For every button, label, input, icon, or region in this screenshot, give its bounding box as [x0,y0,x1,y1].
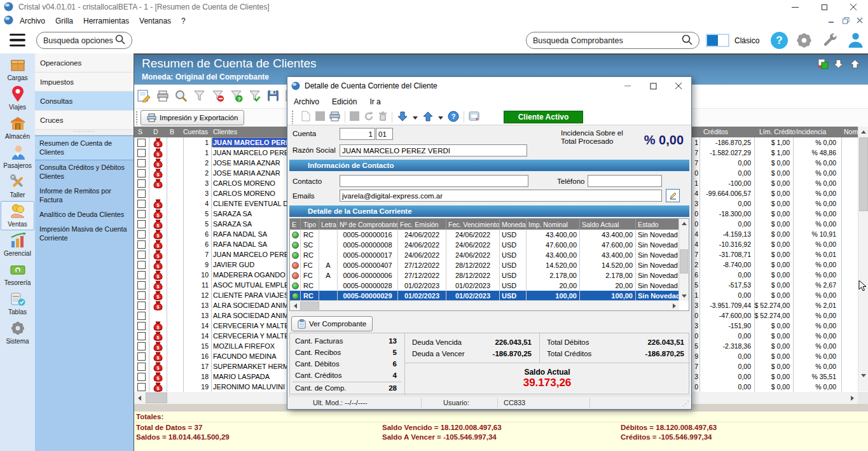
scroll-down-button[interactable] [858,370,868,380]
dialog-col-header[interactable]: Fec. Emisión [398,219,446,230]
sidebar-item-ventas[interactable]: Ventas [1,201,34,230]
movement-row[interactable]: FCA0006-0000000627/12/202228/12/2022USD2… [290,270,689,281]
dialog-col-header[interactable]: Imp. Nominal [527,219,580,230]
row-checkbox[interactable] [137,291,146,300]
scroll-thumb[interactable] [146,392,167,403]
col-header-clientes[interactable]: Clientes [213,128,237,135]
dialog-col-header[interactable]: Saldo Actual [580,219,636,230]
col-header-d[interactable]: D [153,128,158,135]
row-checkbox[interactable] [137,220,146,228]
window-maximize-button[interactable] [809,0,839,14]
row-checkbox[interactable] [137,149,146,157]
cuenta-sub-input[interactable]: 01 [376,128,393,140]
menu-ventanas[interactable]: Ventanas [134,15,176,27]
row-checkbox[interactable] [137,169,146,177]
help-circle-icon[interactable]: ? [448,111,459,123]
help-button[interactable]: ? [771,32,788,49]
mdi-minimize-button[interactable] [827,16,836,25]
col-header-incidencia[interactable]: Incidencia [796,128,826,135]
row-checkbox[interactable] [137,373,146,381]
row-checkbox[interactable] [137,139,146,147]
settings-gear-icon[interactable] [795,31,813,51]
mdi-restore-button[interactable] [841,16,850,25]
dialog-close-button[interactable] [666,77,691,95]
menu-herramientas[interactable]: Herramientas [78,15,134,27]
col-header-b[interactable]: B [170,128,174,135]
row-checkbox[interactable] [137,200,146,208]
classic-toggle[interactable] [706,34,729,47]
row-checkbox[interactable] [137,240,146,249]
filter-icon[interactable] [193,90,206,104]
contacto-input[interactable] [340,175,528,187]
col-header-lim-credito[interactable]: Lím. Crédito [759,128,796,135]
row-checkbox[interactable] [137,332,146,340]
col-header-cuentas[interactable]: Cuentas [183,128,208,135]
edit-emails-button[interactable] [666,189,680,202]
resize-grip[interactable]: ⋰ [682,399,689,408]
refresh-icon[interactable] [364,111,374,123]
dialog-menu-archivo[interactable]: Archivo [287,96,326,108]
dialog-col-header[interactable]: Letra [319,219,338,230]
document-viewer-icon[interactable] [469,111,480,123]
menu-grilla[interactable]: Grilla [50,15,78,27]
movement-row[interactable]: RC0005-0000002901/02/202301/02/2023USD10… [290,291,689,301]
nav-group-operaciones[interactable]: Operaciones [35,53,134,73]
sidebar-item-pasajeros[interactable]: Pasajeros [1,142,34,172]
scroll-right-button[interactable] [669,301,679,310]
tools-wrench-icon[interactable] [821,31,839,50]
filter-question-icon[interactable]: ? [230,90,243,104]
dialog-maximize-button[interactable] [640,77,666,95]
sidebar-item-tablas[interactable]: Tablas [1,289,34,318]
dialog-minimize-button[interactable] [615,77,640,95]
nav-item[interactable]: Consulta Créditos y Débitos Clientes [35,160,134,184]
row-checkbox[interactable] [137,190,146,198]
movement-row[interactable]: FCA0005-0000040727/12/202228/12/2022USD1… [290,260,689,270]
row-checkbox[interactable] [137,251,146,259]
nav-group-cruces[interactable]: Cruces [35,111,134,130]
dialog-col-header[interactable]: E [290,219,301,230]
scroll-up-button[interactable] [858,127,868,137]
sidebar-item-almacén[interactable]: Almacén [1,113,34,142]
filter-apply-icon[interactable] [249,90,261,104]
cuenta-input[interactable]: 1 [340,128,375,140]
cascade-windows-icon[interactable] [818,59,829,71]
dialog-table-vscroll[interactable] [679,219,689,301]
navigate-up-icon[interactable] [422,111,434,123]
nav-item[interactable]: Analítico de Deuda Clientes [35,207,134,222]
row-checkbox[interactable] [137,281,146,289]
row-checkbox[interactable] [137,352,146,361]
delete-trash-icon[interactable] [378,111,387,123]
dialog-col-header[interactable]: Tipo [301,219,319,230]
row-checkbox[interactable] [137,230,146,239]
search-comprobantes-input[interactable]: Busqueda Comprobantes [526,32,699,49]
row-checkbox[interactable] [137,159,146,167]
row-checkbox[interactable] [137,363,146,371]
window-close-button[interactable] [839,0,868,14]
scroll-thumb[interactable] [300,302,319,310]
edit-grid-icon[interactable] [137,89,151,104]
row-checkbox[interactable] [137,322,146,330]
movement-row[interactable]: RC0005-0000001624/06/202224/06/2022USD43… [290,230,689,240]
dialog-menu-edicin[interactable]: Edición [326,96,363,108]
filter-remove-icon[interactable] [212,90,224,104]
arrow-down-icon[interactable] [833,59,844,71]
col-header-nom[interactable]: Nom [844,128,858,135]
scroll-up-button[interactable] [679,219,689,228]
col-header-creditos[interactable]: Créditos [703,128,728,135]
razon-social-input[interactable]: JUAN MARCELO PEREZ VERDI [340,144,527,156]
scroll-thumb[interactable] [859,137,868,211]
window-minimize-button[interactable] [780,0,809,14]
dialog-col-header[interactable]: Fec. Vencimiento [446,219,500,230]
print-icon[interactable] [329,111,340,123]
navigate-down-icon[interactable] [397,111,408,123]
nav-group-consultas[interactable]: Consultas [35,92,134,111]
row-checkbox[interactable] [137,312,146,320]
nav-item[interactable]: Informe de Remitos por Factura [35,184,134,207]
telefono-input[interactable] [588,175,662,187]
movement-row[interactable]: SC0005-0000000824/06/202224/06/2022USD47… [290,240,689,250]
toolbar-grip[interactable] [291,110,294,124]
movement-row[interactable]: RC0005-0000001724/06/202224/06/2022USD43… [290,250,689,260]
col-header-s[interactable]: S [138,128,142,135]
print-icon[interactable] [156,90,169,103]
dialog-col-header[interactable]: Nº de Comprobante [338,219,398,230]
